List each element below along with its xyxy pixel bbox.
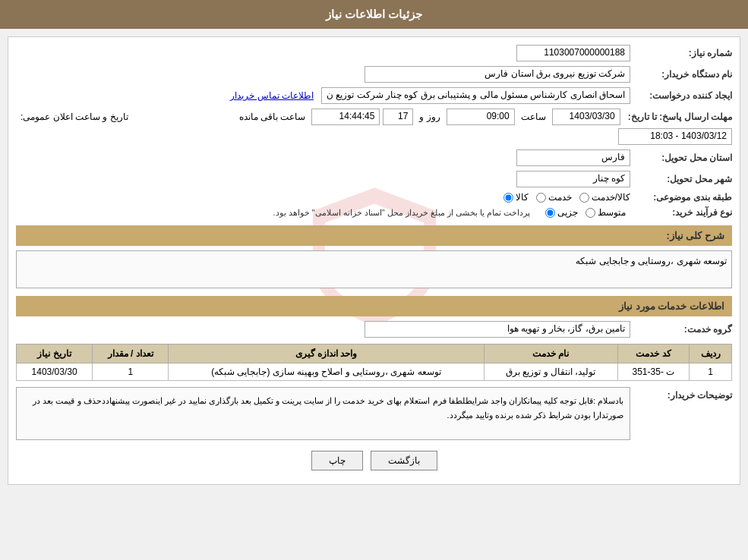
col-unit: واحد اندازه گیری [169, 344, 484, 363]
category-label: طبقه بندی موضوعی: [633, 192, 732, 203]
purchase-jozii-radio[interactable] [545, 208, 555, 218]
creator-contact-link[interactable]: اطلاعات تماس خریدار [230, 90, 314, 101]
page-title: جزئیات اطلاعات نیاز [326, 8, 422, 20]
creator-label: ایجاد کننده درخواست: [633, 90, 732, 101]
need-number-value: 1103007000000188 [516, 45, 630, 61]
buyer-org-value: شرکت توزیع نیروی برق استان فارس [365, 66, 630, 83]
page-header: جزئیات اطلاعات نیاز [0, 0, 748, 29]
category-option-kala-khedmat[interactable]: کالا/خدمت [579, 192, 630, 203]
purchase-type-radio-group: متوسط جزیی [545, 207, 626, 218]
col-qty: تعداد / مقدار [93, 344, 169, 363]
table-header-row: ردیف کد خدمت نام خدمت واحد اندازه گیری ت… [17, 344, 732, 363]
table-row: 1 ت -35-351 تولید، انتقال و توزیع برق تو… [17, 363, 732, 381]
deadline-date: 1403/03/30 [552, 109, 620, 125]
purchase-type-jozii[interactable]: جزیی [545, 207, 578, 218]
cell-qty: 1 [93, 363, 169, 381]
purchase-type-row: نوع فرآیند خرید: متوسط جزیی پرداخت تمام … [16, 207, 732, 218]
creator-row: ایجاد کننده درخواست: اسحاق انصاری کارشنا… [16, 87, 732, 104]
cell-date: 1403/03/30 [17, 363, 93, 381]
service-group-row: گروه خدمت: تامین برق، گاز، بخار و تهویه … [16, 321, 732, 338]
city-value: کوه چنار [516, 171, 630, 187]
send-deadline-row: مهلت ارسال پاسخ: تا تاریخ: 1403/03/30 سا… [16, 109, 732, 145]
buyer-desc-value: بادسلام :قابل توجه کلیه پیمانکاران واجد … [16, 387, 630, 440]
cell-unit: توسعه شهری ،روستایی و اصلاح وبهینه سازی … [169, 363, 484, 381]
category-kala-radio[interactable] [503, 193, 513, 203]
footer-buttons: بازگشت چاپ [16, 451, 732, 470]
services-table: ردیف کد خدمت نام خدمت واحد اندازه گیری ت… [16, 344, 732, 381]
province-label: استان محل تحویل: [633, 153, 732, 163]
general-desc-value: توسعه شهری ،روستایی و جابجایی شبکه [16, 250, 732, 288]
general-desc-section-title: شرح کلی نیاز: [16, 225, 732, 246]
purchase-motevaset-label: متوسط [598, 207, 626, 218]
services-section-title: اطلاعات خدمات مورد نیاز [16, 296, 732, 316]
creator-value: اسحاق انصاری کارشناس مسئول مالی و پشتیبا… [321, 87, 630, 104]
general-desc-label: شرح کلی نیاز: [666, 230, 724, 241]
service-group-label: گروه خدمت: [633, 324, 732, 335]
services-table-container: ردیف کد خدمت نام خدمت واحد اندازه گیری ت… [16, 344, 732, 381]
city-row: شهر محل تحویل: کوه چنار [16, 171, 732, 187]
col-date: تاریخ نیاز [17, 344, 93, 363]
content-area: شماره نیاز: 1103007000000188 نام دستگاه … [16, 45, 732, 470]
announce-date-label: تاریخ و ساعت اعلان عمومی: [16, 112, 133, 122]
page-wrapper: جزئیات اطلاعات نیاز ATA شماره نیاز: 1103… [0, 0, 748, 560]
buyer-org-row: نام دستگاه خریدار: شرکت توزیع نیروی برق … [16, 66, 732, 83]
back-button[interactable]: بازگشت [371, 451, 437, 470]
purchase-jozii-label: جزیی [557, 207, 578, 218]
purchase-type-motevaset[interactable]: متوسط [585, 207, 626, 218]
buyer-desc-row: توضیحات خریدار: بادسلام :قابل توجه کلیه … [16, 387, 732, 440]
day-label: روز و [416, 112, 443, 122]
category-option-khedmat[interactable]: خدمت [536, 192, 572, 203]
purchase-motevaset-radio[interactable] [585, 208, 595, 218]
cell-row: 1 [690, 363, 732, 381]
category-radio-group: کالا/خدمت خدمت کالا [503, 192, 630, 203]
need-number-row: شماره نیاز: 1103007000000188 [16, 45, 732, 61]
city-label: شهر محل تحویل: [633, 174, 732, 184]
print-button[interactable]: چاپ [311, 451, 363, 470]
deadline-remaining: 14:44:45 [311, 109, 380, 125]
category-khedmat-radio[interactable] [536, 193, 546, 203]
watermark-area: ATA شماره نیاز: 1103007000000188 نام دست… [16, 45, 732, 470]
service-group-value: تامین برق، گاز، بخار و تهویه هوا [365, 321, 630, 338]
purchase-type-label: نوع فرآیند خرید: [633, 207, 732, 218]
category-option-kala[interactable]: کالا [503, 192, 529, 203]
announce-date-value: 1403/03/12 - 18:03 [618, 128, 732, 145]
need-number-label: شماره نیاز: [633, 48, 732, 58]
remaining-label: ساعت باقی مانده [236, 112, 309, 122]
category-kala-label: کالا [516, 192, 529, 203]
deadline-day: 17 [383, 109, 413, 125]
deadline-time: 09:00 [447, 109, 515, 125]
category-row: طبقه بندی موضوعی: کالا/خدمت خدمت کالا [16, 192, 732, 203]
main-content: ATA شماره نیاز: 1103007000000188 نام دست… [8, 36, 740, 485]
cell-name: تولید، انتقال و توزیع برق [484, 363, 617, 381]
col-name: نام خدمت [484, 344, 617, 363]
province-value: فارس [516, 149, 630, 166]
buyer-org-label: نام دستگاه خریدار: [633, 69, 732, 80]
time-label: ساعت [518, 112, 549, 122]
cell-code: ت -35-351 [617, 363, 690, 381]
category-kala-khedmat-radio[interactable] [579, 193, 589, 203]
col-row: ردیف [690, 344, 732, 363]
col-code: کد خدمت [617, 344, 690, 363]
category-kala-khedmat-label: کالا/خدمت [592, 192, 630, 203]
send-deadline-label: مهلت ارسال پاسخ: تا تاریخ: [623, 112, 732, 122]
category-khedmat-label: خدمت [548, 192, 572, 203]
purchase-type-note: پرداخت تمام یا بخشی از مبلغ خریداز محل "… [273, 208, 530, 218]
buyer-desc-label: توضیحات خریدار: [633, 387, 732, 401]
province-row: استان محل تحویل: فارس [16, 149, 732, 166]
